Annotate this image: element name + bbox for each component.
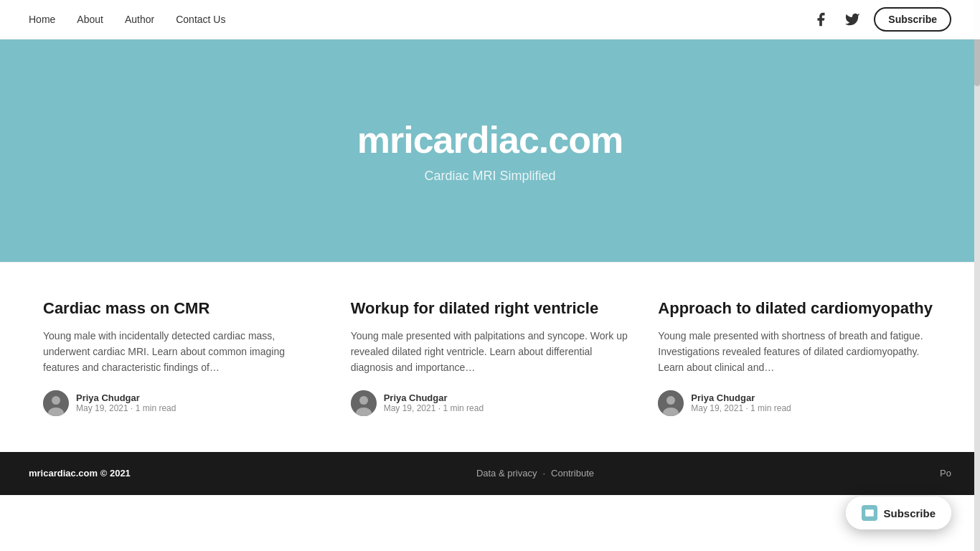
nav-contact[interactable]: Contact Us — [176, 14, 225, 25]
article-author: Priya Chudgar May 19, 2021 · 1 min read — [351, 390, 630, 416]
article-date: May 19, 2021 — [76, 403, 128, 413]
article-excerpt: Young male presented with shortness of b… — [658, 328, 937, 376]
nav-author[interactable]: Author — [125, 14, 154, 25]
footer-center: Data & privacy · Contribute — [131, 468, 940, 479]
author-meta: May 19, 2021 · 1 min read — [691, 403, 791, 413]
articles-section: Cardiac mass on CMR Young male with inci… — [0, 263, 980, 452]
avatar — [351, 390, 377, 416]
email-icon — [862, 505, 877, 521]
footer-right: Po — [940, 468, 951, 479]
article-title: Cardiac mass on CMR — [43, 298, 322, 319]
article-read-time: 1 min read — [136, 403, 176, 413]
footer-contribute[interactable]: Contribute — [551, 468, 594, 479]
scrollbar-track[interactable] — [974, 0, 980, 551]
footer-copyright: © 2021 — [100, 468, 131, 479]
article-date: May 19, 2021 — [691, 403, 743, 413]
article-title: Approach to dilated cardiomyopathy — [658, 298, 937, 319]
nav-about[interactable]: About — [77, 14, 103, 25]
article-card[interactable]: Cardiac mass on CMR Young male with inci… — [43, 298, 322, 416]
article-dot: · — [131, 403, 136, 413]
footer-powered: Po — [940, 468, 951, 479]
author-info: Priya Chudgar May 19, 2021 · 1 min read — [384, 392, 484, 413]
article-card[interactable]: Approach to dilated cardiomyopathy Young… — [658, 298, 937, 416]
article-author: Priya Chudgar May 19, 2021 · 1 min read — [43, 390, 322, 416]
nav-home[interactable]: Home — [29, 14, 55, 25]
site-title: mricardiac.com — [357, 118, 623, 161]
footer-left: mricardiac.com © 2021 — [29, 468, 131, 479]
author-info: Priya Chudgar May 19, 2021 · 1 min read — [76, 392, 176, 413]
article-title: Workup for dilated right ventricle — [351, 298, 630, 319]
avatar — [658, 390, 684, 416]
footer: mricardiac.com © 2021 Data & privacy · C… — [0, 452, 980, 495]
article-author: Priya Chudgar May 19, 2021 · 1 min read — [658, 390, 937, 416]
footer-data-privacy[interactable]: Data & privacy — [476, 468, 537, 479]
float-subscribe-label: Subscribe — [883, 507, 936, 519]
footer-site-name: mricardiac.com — [29, 468, 98, 479]
hero-section: mricardiac.com Cardiac MRI Simplified — [0, 39, 980, 262]
author-meta: May 19, 2021 · 1 min read — [76, 403, 176, 413]
svg-point-7 — [666, 396, 675, 405]
article-date: May 19, 2021 — [384, 403, 436, 413]
navbar: Home About Author Contact Us Subscribe — [0, 0, 980, 39]
avatar — [43, 390, 69, 416]
article-read-time: 1 min read — [750, 403, 791, 413]
article-excerpt: Young male presented with palpitations a… — [351, 328, 630, 376]
site-subtitle: Cardiac MRI Simplified — [424, 169, 555, 184]
subscribe-button[interactable]: Subscribe — [874, 7, 951, 32]
author-name: Priya Chudgar — [76, 392, 176, 403]
svg-point-1 — [52, 396, 60, 405]
article-read-time: 1 min read — [443, 403, 484, 413]
footer-separator: · — [542, 468, 545, 479]
float-subscribe-button[interactable]: Subscribe — [846, 496, 951, 529]
nav-links: Home About Author Contact Us — [29, 14, 225, 25]
author-meta: May 19, 2021 · 1 min read — [384, 403, 484, 413]
nav-right: Subscribe — [811, 7, 951, 32]
author-name: Priya Chudgar — [691, 392, 791, 403]
article-excerpt: Young male with incidentally detected ca… — [43, 328, 322, 376]
twitter-icon[interactable] — [842, 9, 862, 29]
author-info: Priya Chudgar May 19, 2021 · 1 min read — [691, 392, 791, 413]
facebook-icon[interactable] — [811, 9, 831, 29]
svg-point-4 — [359, 396, 368, 405]
article-card[interactable]: Workup for dilated right ventricle Young… — [351, 298, 630, 416]
author-name: Priya Chudgar — [384, 392, 484, 403]
